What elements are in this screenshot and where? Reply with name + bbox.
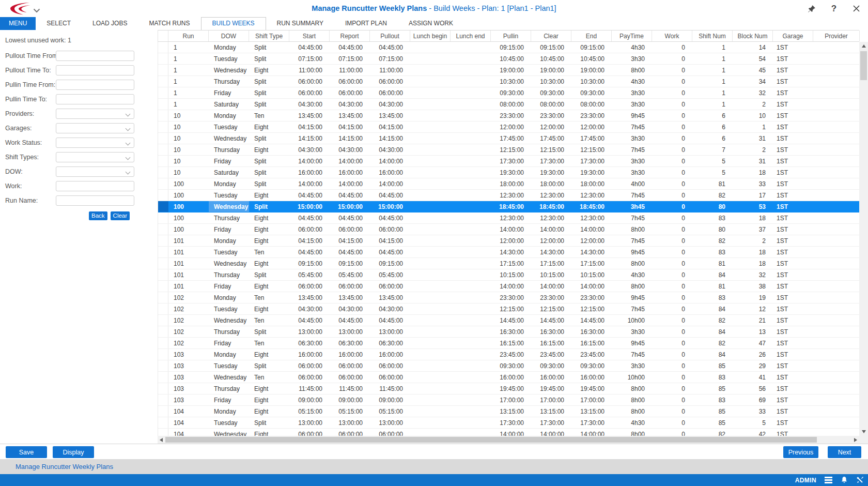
garages-select[interactable] bbox=[56, 123, 134, 133]
cell-shift-num[interactable]: 85 bbox=[692, 406, 733, 417]
col-header-work[interactable]: Work bbox=[652, 31, 692, 41]
cell-paytime[interactable]: 10h00 bbox=[612, 315, 652, 326]
cell-block-num[interactable]: 32 bbox=[733, 269, 773, 280]
cell-run[interactable]: 10 bbox=[168, 133, 209, 144]
cell-shift-num[interactable]: 80 bbox=[692, 224, 733, 235]
cell-work[interactable]: 0 bbox=[652, 338, 692, 348]
cell-run[interactable]: 1 bbox=[168, 76, 209, 87]
cell-paytime[interactable]: 7h45 bbox=[612, 212, 652, 223]
cell-clear[interactable]: 12:15:00 bbox=[531, 144, 571, 155]
cell-end[interactable]: 18:45:00 bbox=[571, 201, 612, 212]
cell-run[interactable]: 100 bbox=[168, 224, 209, 235]
cell-end[interactable]: 17:45:00 bbox=[571, 133, 612, 144]
cell-pullin[interactable]: 18:45:00 bbox=[491, 201, 531, 212]
cell-paytime[interactable]: 7h45 bbox=[612, 190, 652, 201]
cell-paytime[interactable]: 7h45 bbox=[612, 349, 652, 360]
cell-start[interactable]: 06:00:00 bbox=[289, 224, 330, 235]
table-row[interactable]: 102FridayTen06:30:0006:30:0006:30:0016:1… bbox=[158, 338, 859, 349]
cell-clear[interactable]: 18:00:00 bbox=[531, 178, 571, 189]
cell-end[interactable]: 17:15:00 bbox=[571, 258, 612, 269]
cell-lunch-begin[interactable] bbox=[410, 76, 451, 87]
cell-clear[interactable]: 23:30:00 bbox=[531, 292, 571, 303]
cell-run[interactable]: 100 bbox=[168, 201, 209, 212]
cell-garage[interactable]: 1ST bbox=[773, 167, 813, 178]
cell-shift-type[interactable]: Eight bbox=[249, 122, 289, 132]
col-header-run[interactable]: Run bbox=[168, 31, 209, 41]
cell-shift-type[interactable]: Split bbox=[249, 156, 289, 166]
cell-work[interactable]: 0 bbox=[652, 258, 692, 269]
cell-shift-num[interactable]: 85 bbox=[692, 417, 733, 428]
cell-pullout[interactable]: 11:45:00 bbox=[370, 383, 410, 394]
cell-dow[interactable]: Tuesday bbox=[209, 360, 249, 371]
cell-run[interactable]: 104 bbox=[168, 417, 209, 428]
cell-run[interactable]: 1 bbox=[168, 65, 209, 75]
cell-dow[interactable]: Monday bbox=[209, 235, 249, 246]
cell-provider[interactable] bbox=[813, 122, 859, 132]
previous-button[interactable]: Previous bbox=[783, 446, 818, 458]
cell-end[interactable]: 14:00:00 bbox=[571, 224, 612, 235]
cell-shift-num[interactable]: 81 bbox=[692, 178, 733, 189]
cell-paytime[interactable]: 10h00 bbox=[612, 372, 652, 383]
cell-dow[interactable]: Wednesday bbox=[209, 372, 249, 383]
cell-provider[interactable] bbox=[813, 303, 859, 314]
cell-provider[interactable] bbox=[813, 99, 859, 110]
cell-pullin[interactable]: 12:00:00 bbox=[491, 122, 531, 132]
cell-clear[interactable]: 14:00:00 bbox=[531, 281, 571, 292]
table-row[interactable]: 100WednesdaySplit15:00:0015:00:0015:00:0… bbox=[158, 201, 859, 212]
cell-report[interactable]: 06:00:00 bbox=[330, 87, 370, 98]
cell-work[interactable]: 0 bbox=[652, 326, 692, 337]
col-header-lunch-end[interactable]: Lunch end bbox=[451, 31, 491, 41]
cell-report[interactable]: 04:45:00 bbox=[330, 212, 370, 223]
cell-shift-num[interactable]: 6 bbox=[692, 122, 733, 132]
cell-pullin[interactable]: 17:30:00 bbox=[491, 156, 531, 166]
cell-shift-type[interactable]: Ten bbox=[249, 247, 289, 257]
cell-provider[interactable] bbox=[813, 76, 859, 87]
pullout-time-to-input[interactable] bbox=[56, 65, 134, 75]
cell-paytime[interactable]: 3h30 bbox=[612, 87, 652, 98]
cell-pullout[interactable]: 16:00:00 bbox=[370, 167, 410, 178]
cell-garage[interactable]: 1ST bbox=[773, 110, 813, 121]
cell-pullin[interactable]: 09:30:00 bbox=[491, 360, 531, 371]
providers-select[interactable] bbox=[56, 109, 134, 119]
cell-shift-num[interactable]: 5 bbox=[692, 167, 733, 178]
cell-dow[interactable]: Thursday bbox=[209, 269, 249, 280]
cell-run[interactable]: 100 bbox=[168, 178, 209, 189]
table-row[interactable]: 100TuesdayEight04:45:0004:45:0004:45:001… bbox=[158, 190, 859, 201]
cell-shift-type[interactable]: Split bbox=[249, 87, 289, 98]
cell-report[interactable]: 04:45:00 bbox=[330, 42, 370, 53]
cell-pullout[interactable]: 16:00:00 bbox=[370, 349, 410, 360]
cell-garage[interactable]: 1ST bbox=[773, 201, 813, 212]
col-header-start[interactable]: Start bbox=[289, 31, 330, 41]
cell-work[interactable]: 0 bbox=[652, 383, 692, 394]
cell-garage[interactable]: 1ST bbox=[773, 360, 813, 371]
cell-report[interactable]: 07:15:00 bbox=[330, 53, 370, 64]
cell-lunch-end[interactable] bbox=[451, 53, 491, 64]
cell-work[interactable]: 0 bbox=[652, 144, 692, 155]
cell-lunch-begin[interactable] bbox=[410, 383, 451, 394]
cell-pullout[interactable]: 04:45:00 bbox=[370, 315, 410, 326]
cell-lunch-end[interactable] bbox=[451, 326, 491, 337]
cell-run[interactable]: 101 bbox=[168, 247, 209, 257]
cell-shift-num[interactable]: 83 bbox=[692, 212, 733, 223]
cell-paytime[interactable]: 8h00 bbox=[612, 224, 652, 235]
vertical-scroll-thumb[interactable] bbox=[860, 51, 867, 80]
cell-shift-num[interactable]: 1 bbox=[692, 65, 733, 75]
cell-provider[interactable] bbox=[813, 201, 859, 212]
table-row[interactable]: 104TuesdaySplit13:00:0013:00:0013:00:001… bbox=[158, 417, 859, 429]
cell-shift-type[interactable]: Split bbox=[249, 417, 289, 428]
cell-paytime[interactable]: 4h30 bbox=[612, 417, 652, 428]
cell-report[interactable]: 16:00:00 bbox=[330, 349, 370, 360]
cell-paytime[interactable]: 4h30 bbox=[612, 76, 652, 87]
cell-report[interactable]: 04:30:00 bbox=[330, 303, 370, 314]
cell-report[interactable]: 04:15:00 bbox=[330, 122, 370, 132]
table-row[interactable]: 102TuesdayEight04:30:0004:30:0004:30:001… bbox=[158, 303, 859, 315]
cell-paytime[interactable]: 3h45 bbox=[612, 201, 652, 212]
cell-provider[interactable] bbox=[813, 144, 859, 155]
cell-report[interactable]: 05:15:00 bbox=[330, 406, 370, 417]
cell-shift-num[interactable]: 84 bbox=[692, 349, 733, 360]
cell-garage[interactable]: 1ST bbox=[773, 122, 813, 132]
cell-end[interactable]: 14:00:00 bbox=[571, 281, 612, 292]
cell-clear[interactable]: 09:30:00 bbox=[531, 360, 571, 371]
cell-start[interactable]: 11:00:00 bbox=[289, 65, 330, 75]
cell-provider[interactable] bbox=[813, 394, 859, 405]
